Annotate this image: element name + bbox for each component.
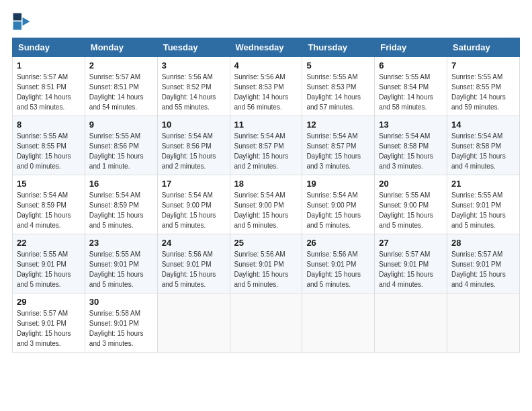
day-number: 13 [379,120,443,130]
day-cell: 19 Sunrise: 5:54 AMSunset: 9:00 PMDaylig… [302,175,375,234]
day-cell: 11 Sunrise: 5:54 AMSunset: 8:57 PMDaylig… [230,116,302,175]
day-info: Sunrise: 5:55 AMSunset: 8:53 PMDaylight:… [306,73,361,111]
day-cell: 8 Sunrise: 5:55 AMSunset: 8:55 PMDayligh… [13,116,85,175]
header-sunday: Sunday [13,38,85,57]
day-info: Sunrise: 5:54 AMSunset: 8:58 PMDaylight:… [451,132,506,170]
day-cell: 13 Sunrise: 5:54 AMSunset: 8:58 PMDaylig… [375,116,447,175]
day-number: 19 [306,179,370,189]
day-cell: 17 Sunrise: 5:54 AMSunset: 9:00 PMDaylig… [157,175,230,234]
day-number: 27 [379,238,443,248]
page: SundayMondayTuesdayWednesdayThursdayFrid… [0,0,532,411]
day-cell: 24 Sunrise: 5:56 AMSunset: 9:01 PMDaylig… [157,234,230,293]
day-cell: 29 Sunrise: 5:57 AMSunset: 9:01 PMDaylig… [13,293,85,353]
day-number: 9 [89,120,153,130]
day-cell [375,293,447,353]
day-info: Sunrise: 5:56 AMSunset: 8:52 PMDaylight:… [162,73,216,111]
day-info: Sunrise: 5:54 AMSunset: 9:00 PMDaylight:… [234,191,289,229]
day-cell: 10 Sunrise: 5:54 AMSunset: 8:56 PMDaylig… [157,116,230,175]
day-number: 18 [234,179,298,189]
day-cell: 2 Sunrise: 5:57 AMSunset: 8:51 PMDayligh… [85,57,157,116]
header-saturday: Saturday [447,38,520,57]
day-info: Sunrise: 5:55 AMSunset: 8:55 PMDaylight:… [451,73,506,111]
calendar-body: 1 Sunrise: 5:57 AMSunset: 8:51 PMDayligh… [13,57,520,353]
day-info: Sunrise: 5:55 AMSunset: 8:54 PMDaylight:… [379,73,433,111]
day-info: Sunrise: 5:58 AMSunset: 9:01 PMDaylight:… [89,310,144,347]
day-cell: 5 Sunrise: 5:55 AMSunset: 8:53 PMDayligh… [302,57,375,116]
week-row-3: 15 Sunrise: 5:54 AMSunset: 8:59 PMDaylig… [13,175,520,234]
day-number: 14 [451,120,515,130]
week-row-4: 22 Sunrise: 5:55 AMSunset: 9:01 PMDaylig… [13,234,520,293]
day-info: Sunrise: 5:55 AMSunset: 9:01 PMDaylight:… [17,250,71,288]
calendar-table: SundayMondayTuesdayWednesdayThursdayFrid… [12,38,520,353]
day-cell: 28 Sunrise: 5:57 AMSunset: 9:01 PMDaylig… [447,234,520,293]
day-number: 4 [234,60,298,71]
day-info: Sunrise: 5:54 AMSunset: 9:00 PMDaylight:… [162,191,216,229]
day-info: Sunrise: 5:57 AMSunset: 9:01 PMDaylight:… [379,250,433,288]
day-info: Sunrise: 5:57 AMSunset: 8:51 PMDaylight:… [17,73,71,111]
day-cell: 3 Sunrise: 5:56 AMSunset: 8:52 PMDayligh… [157,57,230,116]
header-wednesday: Wednesday [230,38,302,57]
day-info: Sunrise: 5:54 AMSunset: 8:59 PMDaylight:… [89,191,144,229]
day-cell [157,293,230,353]
day-info: Sunrise: 5:54 AMSunset: 8:57 PMDaylight:… [306,132,361,170]
day-info: Sunrise: 5:57 AMSunset: 9:01 PMDaylight:… [17,310,71,347]
day-info: Sunrise: 5:55 AMSunset: 8:55 PMDaylight:… [17,132,71,170]
day-cell: 4 Sunrise: 5:56 AMSunset: 8:53 PMDayligh… [230,57,302,116]
day-info: Sunrise: 5:56 AMSunset: 9:01 PMDaylight:… [162,250,216,288]
week-row-1: 1 Sunrise: 5:57 AMSunset: 8:51 PMDayligh… [13,57,520,116]
header [12,12,520,31]
day-number: 26 [306,238,370,248]
day-info: Sunrise: 5:57 AMSunset: 9:01 PMDaylight:… [451,250,506,288]
day-cell: 23 Sunrise: 5:55 AMSunset: 9:01 PMDaylig… [85,234,157,293]
day-info: Sunrise: 5:56 AMSunset: 8:53 PMDaylight:… [234,73,289,111]
day-number: 16 [89,179,153,189]
day-cell: 21 Sunrise: 5:55 AMSunset: 9:01 PMDaylig… [447,175,520,234]
day-cell [302,293,375,353]
day-cell [447,293,520,353]
day-cell: 1 Sunrise: 5:57 AMSunset: 8:51 PMDayligh… [13,57,85,116]
svg-rect-2 [13,13,21,21]
day-cell: 16 Sunrise: 5:54 AMSunset: 8:59 PMDaylig… [85,175,157,234]
day-number: 29 [17,297,81,307]
day-cell: 9 Sunrise: 5:55 AMSunset: 8:56 PMDayligh… [85,116,157,175]
day-cell: 15 Sunrise: 5:54 AMSunset: 8:59 PMDaylig… [13,175,85,234]
day-number: 1 [17,60,81,71]
day-info: Sunrise: 5:55 AMSunset: 9:00 PMDaylight:… [379,191,433,229]
day-info: Sunrise: 5:54 AMSunset: 8:56 PMDaylight:… [162,132,216,170]
day-cell: 22 Sunrise: 5:55 AMSunset: 9:01 PMDaylig… [13,234,85,293]
day-number: 20 [379,179,443,189]
day-number: 30 [89,297,153,307]
day-number: 10 [162,120,226,130]
day-info: Sunrise: 5:54 AMSunset: 9:00 PMDaylight:… [306,191,361,229]
day-number: 3 [162,60,226,71]
header-friday: Friday [375,38,447,57]
logo [12,12,34,31]
day-number: 5 [306,60,370,71]
svg-rect-1 [13,21,21,30]
day-info: Sunrise: 5:56 AMSunset: 9:01 PMDaylight:… [306,250,361,288]
day-cell: 12 Sunrise: 5:54 AMSunset: 8:57 PMDaylig… [302,116,375,175]
day-cell: 25 Sunrise: 5:56 AMSunset: 9:01 PMDaylig… [230,234,302,293]
header-thursday: Thursday [302,38,375,57]
day-cell: 7 Sunrise: 5:55 AMSunset: 8:55 PMDayligh… [447,57,520,116]
day-cell: 18 Sunrise: 5:54 AMSunset: 9:00 PMDaylig… [230,175,302,234]
week-row-2: 8 Sunrise: 5:55 AMSunset: 8:55 PMDayligh… [13,116,520,175]
day-cell: 14 Sunrise: 5:54 AMSunset: 8:58 PMDaylig… [447,116,520,175]
day-info: Sunrise: 5:56 AMSunset: 9:01 PMDaylight:… [234,250,289,288]
day-number: 23 [89,238,153,248]
day-info: Sunrise: 5:55 AMSunset: 9:01 PMDaylight:… [451,191,506,229]
day-number: 6 [379,60,443,71]
day-cell: 26 Sunrise: 5:56 AMSunset: 9:01 PMDaylig… [302,234,375,293]
day-number: 21 [451,179,515,189]
day-number: 25 [234,238,298,248]
day-number: 17 [162,179,226,189]
day-number: 11 [234,120,298,130]
header-tuesday: Tuesday [157,38,230,57]
calendar-header: SundayMondayTuesdayWednesdayThursdayFrid… [13,38,520,57]
day-number: 12 [306,120,370,130]
day-cell: 30 Sunrise: 5:58 AMSunset: 9:01 PMDaylig… [85,293,157,353]
day-info: Sunrise: 5:54 AMSunset: 8:57 PMDaylight:… [234,132,289,170]
day-info: Sunrise: 5:54 AMSunset: 8:58 PMDaylight:… [379,132,433,170]
day-cell: 27 Sunrise: 5:57 AMSunset: 9:01 PMDaylig… [375,234,447,293]
week-row-5: 29 Sunrise: 5:57 AMSunset: 9:01 PMDaylig… [13,293,520,353]
